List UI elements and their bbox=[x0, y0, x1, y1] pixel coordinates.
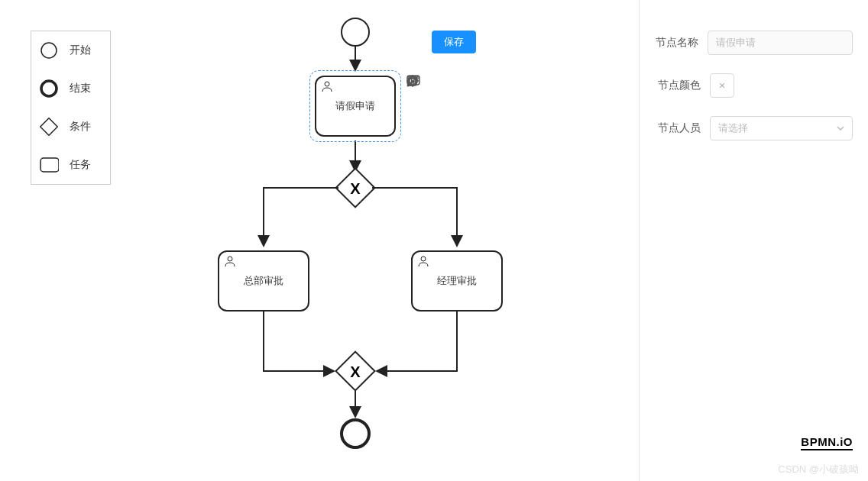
gateway-icon bbox=[39, 117, 59, 137]
bpmn-io-logo: BPMN.iO bbox=[801, 435, 853, 450]
palette-label: 任务 bbox=[70, 158, 91, 172]
svg-point-0 bbox=[41, 43, 57, 58]
svg-point-12 bbox=[342, 420, 369, 447]
palette-start[interactable]: 开始 bbox=[31, 31, 110, 69]
svg-rect-2 bbox=[40, 118, 58, 136]
task-icon bbox=[39, 155, 59, 175]
user-task-icon bbox=[417, 255, 429, 267]
connect-icon[interactable] bbox=[406, 130, 420, 144]
end-event-icon[interactable] bbox=[406, 93, 420, 107]
select-placeholder: 请选择 bbox=[718, 121, 748, 135]
svg-point-27 bbox=[407, 85, 410, 87]
palette: 开始 结束 条件 任务 bbox=[31, 31, 111, 185]
user-task-icon bbox=[321, 80, 333, 92]
node-color-label: 节点颜色 bbox=[655, 79, 701, 92]
wrench-icon[interactable] bbox=[406, 111, 420, 125]
properties-panel: 节点名称 节点颜色 × 节点人员 请选择 bbox=[639, 0, 868, 481]
context-pad bbox=[406, 75, 460, 148]
task-hq-approval[interactable]: 总部审批 bbox=[218, 250, 309, 312]
trash-icon[interactable] bbox=[425, 111, 439, 125]
svg-point-1 bbox=[41, 81, 57, 96]
svg-point-13 bbox=[325, 82, 329, 86]
task-label: 总部审批 bbox=[244, 274, 283, 288]
task-label: 请假申请 bbox=[335, 99, 375, 113]
svg-point-4 bbox=[342, 18, 369, 46]
gateway-icon[interactable] bbox=[425, 75, 439, 89]
annotation-icon[interactable] bbox=[425, 93, 439, 107]
task-label: 经理审批 bbox=[437, 274, 477, 288]
palette-label: 条件 bbox=[70, 120, 91, 134]
palette-gateway[interactable]: 条件 bbox=[31, 108, 110, 146]
palette-label: 开始 bbox=[70, 44, 91, 57]
watermark: CSDN @小破孩呦 bbox=[778, 463, 859, 476]
end-event-icon bbox=[39, 79, 59, 98]
user-task-icon bbox=[224, 255, 236, 267]
canvas[interactable]: X X 请假申请 总部审批 经理审批 bbox=[115, 0, 631, 481]
subprocess-icon[interactable] bbox=[443, 93, 457, 107]
svg-text:X: X bbox=[350, 363, 361, 380]
close-icon: × bbox=[719, 79, 725, 92]
svg-text:X: X bbox=[350, 180, 361, 197]
node-person-label: 节点人员 bbox=[655, 121, 701, 135]
task-leave-request[interactable]: 请假申请 bbox=[315, 76, 396, 137]
palette-end[interactable]: 结束 bbox=[31, 69, 110, 108]
svg-point-14 bbox=[228, 257, 232, 261]
chevron-down-icon bbox=[837, 126, 844, 131]
node-person-select[interactable]: 请选择 bbox=[710, 116, 853, 140]
node-name-label: 节点名称 bbox=[655, 36, 698, 50]
task-manager-approval[interactable]: 经理审批 bbox=[411, 250, 503, 312]
svg-point-15 bbox=[421, 257, 426, 261]
svg-rect-3 bbox=[40, 158, 59, 172]
start-event-icon bbox=[39, 40, 59, 60]
node-name-input[interactable] bbox=[708, 31, 853, 55]
palette-task[interactable]: 任务 bbox=[31, 146, 110, 184]
color-clear-button[interactable]: × bbox=[710, 73, 734, 98]
task-icon[interactable] bbox=[443, 75, 457, 89]
palette-label: 结束 bbox=[70, 82, 91, 95]
